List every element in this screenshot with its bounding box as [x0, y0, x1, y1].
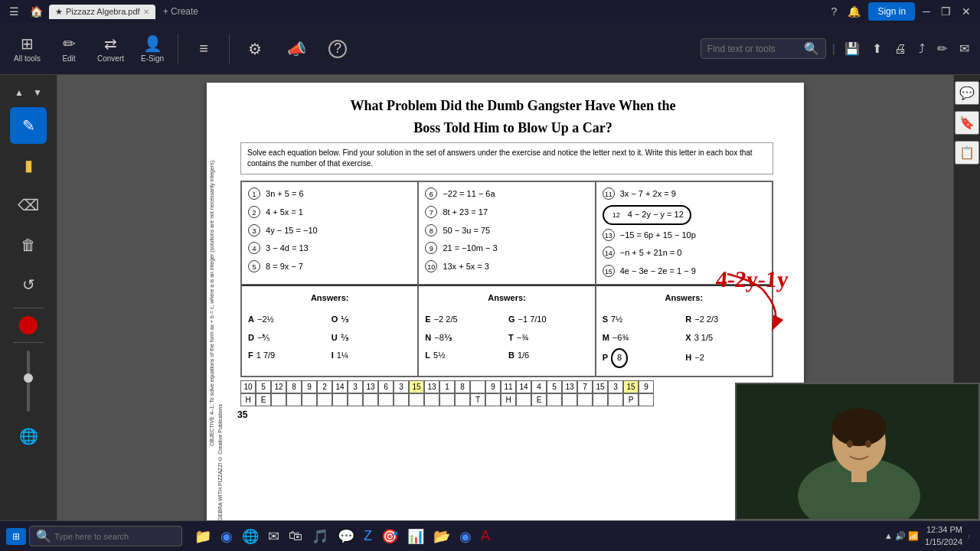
convert-button[interactable]: ⇄ Convert	[91, 31, 130, 66]
taskbar-search-box[interactable]: 🔍	[29, 526, 182, 546]
answer-letter-H: H	[685, 350, 691, 366]
answer-box-l19	[516, 393, 531, 406]
answer-box-l4	[286, 393, 302, 406]
taskbar-mail-icon[interactable]: ✉	[265, 527, 283, 546]
start-button[interactable]: ⊞	[6, 528, 26, 545]
search-input[interactable]	[707, 44, 799, 54]
delete-tool-icon: 🗑	[21, 236, 36, 254]
pdf-instructions: Solve each equation below. Find your sol…	[240, 142, 773, 174]
answer-letter-D: D	[248, 331, 254, 346]
answer-X: X 3 1/5	[685, 331, 766, 346]
taskbar-search-input[interactable]	[54, 532, 169, 541]
eq-num-11: 11	[603, 187, 615, 200]
scroll-up-button[interactable]: ▲	[11, 85, 27, 100]
taskbar-edge-icon[interactable]: 🌐	[239, 527, 262, 546]
svg-point-5	[847, 440, 853, 448]
answer-letter-I: I	[332, 348, 334, 364]
answer-val-O: ⅓	[341, 312, 349, 328]
rotate-tool-button[interactable]: ↺	[10, 266, 47, 303]
answer-letter-G: G	[508, 312, 515, 328]
pdf-title-line1: What Problem Did the Dumb Gangster Have …	[237, 98, 789, 114]
answers-col2: Answers: E −2 2/5 G −1 7/10 N	[418, 285, 595, 377]
taskbar-pdf-icon[interactable]: A	[478, 527, 493, 546]
answer-box-n1: 10	[240, 380, 256, 393]
edit-icon: ✏	[63, 34, 76, 53]
taskbar-files-icon[interactable]: 📂	[430, 527, 453, 546]
sign-in-button[interactable]: Sign in	[868, 2, 915, 21]
bookmark-right-button[interactable]: 🔖	[955, 111, 979, 135]
create-tab-label: + Create	[163, 6, 198, 17]
taskbar-file-icon[interactable]: 📁	[191, 527, 214, 546]
answers-col1: Answers: A −2½ O ⅓ D	[241, 285, 418, 377]
close-button[interactable]: ✕	[959, 4, 974, 19]
notification-button[interactable]: 🔔	[844, 4, 864, 19]
maximize-button[interactable]: ❐	[938, 4, 954, 19]
all-tools-button[interactable]: ⊞ All tools	[8, 31, 47, 66]
answer-val-B: 1/6	[518, 348, 529, 364]
copy-right-button[interactable]: 📋	[955, 141, 979, 165]
color-picker-button[interactable]	[19, 316, 38, 334]
taskbar-app-icons: 📁 ◉ 🌐 ✉ 🛍 🎵 💬 Z 🎯 📊 📂 ◉ A	[191, 527, 493, 546]
svg-point-6	[865, 440, 871, 448]
answer-box-n3: 12	[271, 380, 286, 393]
scroll-down-button[interactable]: ▼	[30, 85, 45, 100]
eraser-tool-button[interactable]: ⌫	[10, 187, 47, 223]
taskbar-chat-icon[interactable]: 💬	[335, 527, 358, 546]
taskbar-app2-icon[interactable]: 🎯	[378, 527, 401, 546]
menu-button[interactable]: ☰	[6, 4, 22, 19]
answer-val-N: −8⅓	[434, 331, 452, 346]
answers-label-1: Answers:	[245, 291, 414, 306]
create-tab-button[interactable]: + Create	[158, 5, 203, 18]
tab-close-button[interactable]: ✕	[143, 8, 149, 16]
window-controls: ? 🔔 Sign in ─ ❐ ✕	[828, 2, 974, 21]
layers-button[interactable]: ≡	[185, 37, 223, 60]
comment-right-button[interactable]: 💬	[955, 81, 979, 105]
help-button[interactable]: ?	[828, 4, 841, 19]
edit-button[interactable]: ✏ Edit	[50, 31, 88, 66]
delete-tool-button[interactable]: 🗑	[10, 227, 47, 263]
edit-label: Edit	[62, 54, 75, 63]
help-toolbar-button[interactable]: ?	[318, 37, 357, 61]
taskbar-media-icon[interactable]: 🎵	[309, 527, 332, 546]
esign-button[interactable]: 👤 E-Sign	[133, 31, 172, 66]
taskbar-chrome-icon[interactable]: ◉	[217, 527, 236, 546]
eq-num-14: 14	[603, 246, 615, 259]
slider-thumb[interactable]	[24, 373, 33, 383]
start-icon: ⊞	[12, 531, 20, 542]
pen-tool-button[interactable]: ✎	[10, 107, 47, 144]
answer-S: S 7½	[603, 312, 683, 328]
pen-button[interactable]: ✏	[934, 38, 950, 59]
objective-text: OBJECTIVE 4–1: To solve equations of the…	[208, 159, 220, 446]
answer-letter-E: E	[425, 312, 430, 328]
answer-box-l6	[317, 393, 332, 406]
home-button[interactable]: 🏠	[27, 4, 46, 19]
settings-button[interactable]: ⚙	[236, 37, 274, 61]
taskbar-zoom-icon[interactable]: Z	[361, 527, 375, 546]
save-button[interactable]: 💾	[841, 38, 863, 59]
answer-box-n6: 2	[317, 380, 332, 393]
esign-icon: 👤	[143, 34, 162, 53]
print-button[interactable]: 🖨	[891, 39, 910, 59]
active-tab[interactable]: ★ Pizzazz Algebra.pdf ✕	[49, 5, 155, 19]
answer-box-n10: 6	[378, 380, 394, 393]
upload-button[interactable]: ⬆	[869, 38, 885, 59]
globe-tool-button[interactable]: 🌐	[10, 418, 47, 455]
answer-box-l3	[271, 393, 286, 406]
left-sidebar: ▲ ▼ ✎ ▮ ⌫ 🗑 ↺ 🌐	[0, 75, 57, 551]
share-button[interactable]: ⤴	[916, 39, 928, 59]
taskbar-desktop-button[interactable]	[969, 535, 974, 538]
search-box[interactable]: 🔍	[701, 38, 826, 59]
taskbar-browser2-icon[interactable]: ◉	[456, 527, 475, 546]
answer-box-l13	[424, 393, 439, 406]
answer-box-l7	[332, 393, 348, 406]
taskbar-store-icon[interactable]: 🛍	[286, 527, 305, 546]
toolbar-right: 🔍 | 💾 ⬆ 🖨 ⤴ ✏ ✉	[701, 38, 972, 59]
highlight-tool-button[interactable]: ▮	[10, 147, 47, 184]
minimize-button[interactable]: ─	[920, 4, 933, 19]
answer-box-n8: 3	[348, 380, 363, 393]
mail-button[interactable]: ✉	[956, 38, 972, 59]
equations-col2: 6 −22 = 11 − 6a 7 8t + 23 = 17 8 50 − 3u…	[418, 181, 595, 285]
announce-button[interactable]: 📣	[277, 37, 315, 61]
stroke-size-slider[interactable]	[27, 350, 30, 412]
taskbar-app3-icon[interactable]: 📊	[404, 527, 427, 546]
